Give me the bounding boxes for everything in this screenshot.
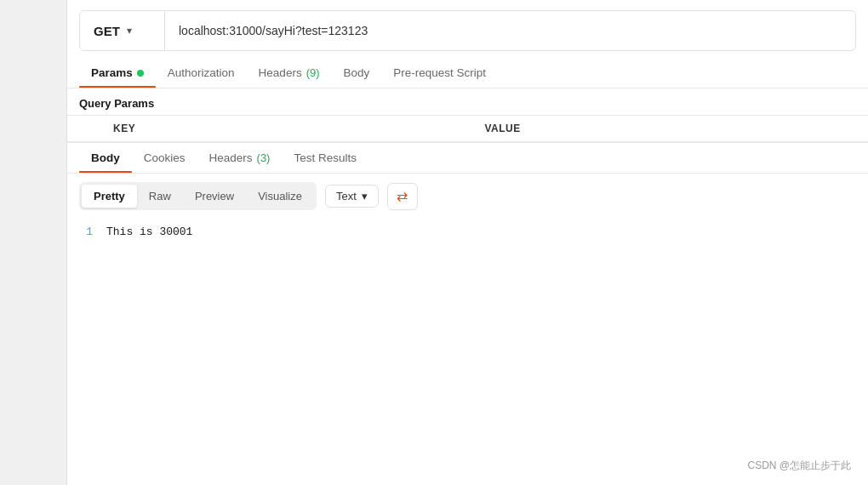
wrap-icon: ⇄ xyxy=(397,188,408,204)
method-selector[interactable]: GET ▾ xyxy=(80,11,165,50)
tab-body[interactable]: Body xyxy=(332,58,382,88)
tab-headers-label: Headers xyxy=(259,66,302,79)
format-raw-button[interactable]: Raw xyxy=(137,185,183,208)
headers-badge: (9) xyxy=(306,66,320,79)
chevron-down-icon: ▾ xyxy=(127,25,132,37)
response-tab-test-results-label: Test Results xyxy=(294,151,357,164)
col-key-header: KEY xyxy=(113,123,485,134)
format-group: Pretty Raw Preview Visualize xyxy=(79,182,317,210)
response-section: Body Cookies Headers (3) Test Results Pr… xyxy=(67,142,868,485)
line-number-1: 1 xyxy=(79,225,93,238)
tab-authorization[interactable]: Authorization xyxy=(156,58,247,88)
response-tabs: Body Cookies Headers (3) Test Results xyxy=(67,143,868,174)
tab-params[interactable]: Params xyxy=(79,58,156,88)
text-type-label: Text xyxy=(336,190,357,203)
text-type-chevron: ▾ xyxy=(362,190,368,203)
response-tab-cookies[interactable]: Cookies xyxy=(132,143,197,173)
response-tab-headers[interactable]: Headers (3) xyxy=(197,143,283,173)
tab-pre-request[interactable]: Pre-request Script xyxy=(381,58,498,88)
response-tab-headers-label: Headers xyxy=(209,151,253,164)
query-params-label: Query Params xyxy=(67,88,868,115)
tab-authorization-label: Authorization xyxy=(168,66,235,79)
code-line-1: This is 30001 xyxy=(106,225,192,238)
format-pretty-button[interactable]: Pretty xyxy=(82,185,137,208)
text-type-selector[interactable]: Text ▾ xyxy=(325,185,379,208)
response-tab-cookies-label: Cookies xyxy=(144,151,186,164)
wrap-button[interactable]: ⇄ xyxy=(387,183,418,210)
col-value-header: VALUE xyxy=(485,123,857,134)
response-tab-test-results[interactable]: Test Results xyxy=(282,143,368,173)
main-panel: GET ▾ Params Authorization Headers (9) B… xyxy=(66,0,868,485)
method-label: GET xyxy=(94,24,120,38)
request-tabs: Params Authorization Headers (9) Body Pr… xyxy=(67,58,868,88)
format-visualize-button[interactable]: Visualize xyxy=(246,185,314,208)
tab-params-label: Params xyxy=(91,66,133,79)
params-table-header: KEY VALUE xyxy=(67,116,868,142)
tab-body-label: Body xyxy=(344,66,370,79)
params-dot xyxy=(137,70,144,77)
format-bar: Pretty Raw Preview Visualize Text ▾ ⇄ xyxy=(67,174,868,219)
tab-headers[interactable]: Headers (9) xyxy=(247,58,332,88)
params-table: KEY VALUE xyxy=(67,115,868,142)
sidebar xyxy=(0,0,66,485)
format-preview-button[interactable]: Preview xyxy=(183,185,246,208)
response-tab-body-label: Body xyxy=(91,151,120,164)
response-code-area: 1 This is 30001 xyxy=(67,219,868,245)
col-check xyxy=(79,123,113,134)
url-bar: GET ▾ xyxy=(79,10,856,51)
response-headers-badge: (3) xyxy=(257,151,271,164)
watermark: CSDN @怎能止步于此 xyxy=(747,459,851,473)
url-input[interactable] xyxy=(165,24,855,37)
tab-pre-request-label: Pre-request Script xyxy=(393,66,486,79)
response-tab-body[interactable]: Body xyxy=(79,143,132,173)
